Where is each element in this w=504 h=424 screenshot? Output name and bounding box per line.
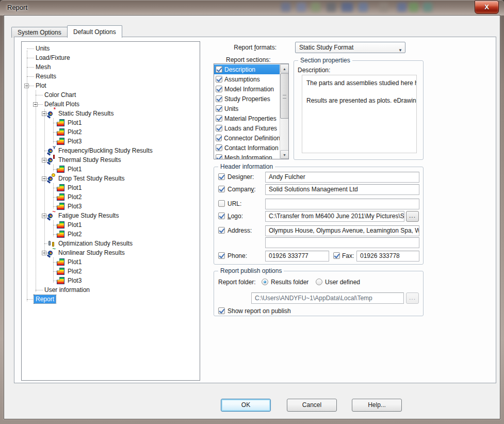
report-sections-list[interactable]: DescriptionAssumptionsModel InformationS… [214, 63, 289, 159]
phone-checkbox[interactable] [218, 252, 225, 259]
tree-item-default-plots[interactable]: Default Plots [22, 100, 200, 109]
tree-item-mesh[interactable]: Mesh [22, 62, 200, 72]
tree-item-plot3[interactable]: Plot3 [22, 202, 200, 211]
address-field-line1[interactable]: Olympus House, Olympus Avenue, Leamingto… [265, 225, 419, 236]
tab-default-options[interactable]: Default Options [67, 25, 122, 38]
tree-item-nonlinear-study-results[interactable]: ~Nonlinear Study Results [22, 248, 200, 257]
section-checkbox[interactable] [216, 125, 222, 132]
results-folder-radio[interactable] [262, 279, 268, 285]
tree-item-units[interactable]: Units [22, 44, 200, 53]
tree-connector [53, 234, 57, 235]
tree-item-plot2[interactable]: Plot2 [22, 230, 200, 239]
designer-label: Designer: [227, 173, 254, 181]
section-item-contact-information[interactable]: Contact Information [214, 143, 280, 153]
section-checkbox[interactable] [216, 95, 222, 102]
tree-item-frequency-buckling-study-results[interactable]: YFrequency/Buckling Study Results [22, 146, 200, 155]
tree-item-plot3[interactable]: Plot3 [22, 276, 200, 285]
tree-item-plot1[interactable]: Plot1 [22, 183, 200, 192]
tree-item-plot1[interactable]: Plot1 [22, 220, 200, 230]
url-field[interactable] [265, 199, 419, 209]
tree-item-report[interactable]: Report [22, 295, 200, 304]
tree-item-plot1[interactable]: Plot1 [22, 165, 200, 174]
study-static-icon: * [47, 109, 56, 118]
scroll-thumb[interactable] [280, 73, 289, 119]
list-scrollbar[interactable]: ▲ ▼ [280, 64, 288, 159]
section-checkbox[interactable] [216, 76, 222, 83]
section-item-description[interactable]: Description [214, 64, 280, 74]
section-checkbox[interactable] [216, 115, 222, 122]
cancel-button[interactable]: Cancel [287, 399, 337, 412]
tree-item-load-fixture[interactable]: Load/Fixture [22, 53, 200, 62]
designer-checkbox[interactable] [218, 173, 225, 180]
scroll-up-button[interactable]: ▲ [280, 64, 289, 73]
tree-item-fatigue-study-results[interactable]: ~Fatigue Study Results [22, 211, 200, 220]
section-item-label: Material Properties [224, 115, 277, 122]
company-field[interactable]: Solid Solutions Management Ltd [265, 184, 419, 195]
report-folder-label: Report folder: [218, 279, 256, 286]
tree-connector [27, 48, 34, 49]
plot-icon [57, 221, 64, 229]
section-checkbox[interactable] [216, 154, 222, 159]
logo-browse-button[interactable]: ... [406, 211, 419, 222]
tree-item-label: Results [34, 72, 58, 80]
section-checkbox[interactable] [216, 86, 222, 92]
section-item-assumptions[interactable]: Assumptions [214, 74, 280, 84]
company-checkbox[interactable] [218, 186, 225, 192]
close-button[interactable]: X [475, 1, 499, 14]
tree-item-drop-test-study-results[interactable]: Drop Test Study Results [22, 174, 200, 183]
tree-item-optimization-study-results[interactable]: Optimization Study Results [22, 239, 200, 248]
tree-item-label: Units [34, 44, 51, 53]
user-defined-label: User defined [325, 279, 360, 286]
phone-field[interactable]: 01926 333777 [265, 251, 329, 262]
address-field-line2[interactable] [265, 237, 419, 248]
help-button[interactable]: Help... [352, 399, 402, 412]
section-item-connector-definitions[interactable]: Connector Definitions [214, 133, 280, 143]
report-folder-path-field[interactable]: C:\Users\ANDYFU~1\AppData\Local\Temp [251, 292, 404, 304]
folder-browse-button[interactable]: ... [406, 292, 419, 304]
dialog-client-area: System Options Default Options UnitsLoad… [4, 15, 500, 419]
ok-button[interactable]: OK [221, 399, 271, 412]
user-defined-radio[interactable] [316, 279, 322, 285]
show-report-checkbox[interactable] [218, 307, 225, 314]
tree-item-results[interactable]: Results [22, 72, 200, 81]
tree-rail [44, 109, 45, 255]
section-item-model-information[interactable]: Model Information [214, 84, 280, 94]
tree-item-plot1[interactable]: Plot1 [22, 118, 200, 127]
section-checkbox[interactable] [216, 144, 222, 151]
tree-item-plot2[interactable]: Plot2 [22, 127, 200, 137]
options-tree[interactable]: UnitsLoad/FixtureMeshResultsPlotColor Ch… [21, 41, 200, 381]
tree-item-static-study-results[interactable]: *Static Study Results [22, 109, 200, 118]
scroll-down-button[interactable]: ▼ [280, 150, 289, 159]
fax-checkbox[interactable] [333, 252, 340, 259]
plot-icon [57, 184, 64, 191]
tree-item-user-information[interactable]: User information [22, 285, 200, 295]
designer-field[interactable]: Andy Fulcher [265, 172, 419, 183]
section-item-units[interactable]: Units [214, 104, 280, 113]
address-checkbox[interactable] [218, 227, 225, 234]
tree-item-label: Report [34, 295, 56, 303]
logo-field[interactable]: C:\Transfer from M6400 June 2011\My Pict… [265, 211, 404, 222]
title-bar[interactable]: Report X [0, 0, 504, 15]
section-item-mesh-information[interactable]: Mesh Information [214, 153, 280, 159]
tab-system-options[interactable]: System Options [11, 27, 68, 38]
section-item-loads-and-fixtures[interactable]: Loads and Fixtures [214, 123, 280, 133]
tree-item-plot2[interactable]: Plot2 [22, 192, 200, 202]
tree-item-label: Optimization Study Results [57, 239, 134, 248]
tree-item-thermal-study-results[interactable]: Thermal Study Results [22, 155, 200, 165]
tree-item-plot1[interactable]: Plot1 [22, 257, 200, 267]
url-checkbox[interactable] [218, 200, 225, 207]
section-checkbox[interactable] [216, 66, 222, 73]
logo-checkbox[interactable] [218, 213, 225, 219]
tree-item-plot3[interactable]: Plot3 [22, 137, 200, 146]
section-checkbox[interactable] [216, 135, 222, 141]
report-formats-select[interactable]: Static Study Format ▼ [295, 42, 405, 53]
section-item-material-properties[interactable]: Material Properties [214, 113, 280, 123]
section-checkbox[interactable] [216, 105, 222, 112]
tree-connector [53, 271, 57, 272]
description-text[interactable]: The parts and assemblies studied here ha… [302, 75, 417, 153]
tree-item-plot2[interactable]: Plot2 [22, 267, 200, 276]
tree-item-color-chart[interactable]: Color Chart [22, 90, 200, 100]
fax-field[interactable]: 01926 333778 [356, 251, 419, 262]
tree-item-plot[interactable]: Plot [22, 81, 200, 90]
section-item-study-properties[interactable]: Study Properties [214, 94, 280, 104]
